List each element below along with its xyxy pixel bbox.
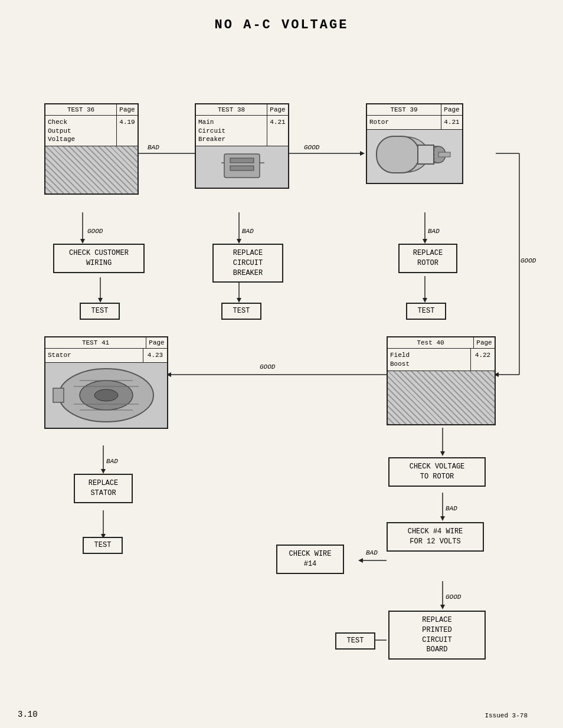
test40-label: Test 40	[388, 337, 474, 348]
test-button-2[interactable]: TEST	[221, 303, 261, 320]
svg-marker-18	[237, 298, 241, 303]
test39-page-label: Page	[441, 104, 462, 115]
svg-text:GOOD: GOOD	[87, 228, 103, 235]
page-number: 3.10	[18, 710, 38, 719]
svg-text:BAD: BAD	[148, 144, 159, 151]
svg-rect-53	[406, 146, 438, 163]
svg-marker-37	[440, 516, 445, 521]
svg-marker-43	[440, 605, 445, 609]
test-button-4[interactable]: TEST	[83, 537, 123, 554]
page-title: NO A-C VOLTAGE	[12, 18, 551, 32]
test39-body: Rotor	[367, 116, 441, 129]
replace-pcb-text: REPLACE PRINTED CIRCUIT BOARD	[422, 616, 451, 654]
svg-marker-10	[423, 239, 427, 244]
breaker-svg	[218, 151, 266, 183]
svg-marker-27	[440, 451, 445, 456]
test36-label: TEST 36	[45, 104, 117, 115]
test-button-1[interactable]: TEST	[80, 303, 120, 320]
check-wire-14-box: CHECK WIRE #14	[276, 545, 344, 574]
test36-box: TEST 36 Page Check Output Voltage 4.19	[44, 103, 139, 195]
svg-point-61	[94, 389, 118, 401]
flowchart: BAD GOOD BAD BAD GOOD	[12, 44, 551, 711]
svg-marker-20	[423, 298, 427, 303]
page: NO A-C VOLTAGE BAD GOOD BAD BAD GOOD	[0, 0, 563, 728]
svg-text:GOOD: GOOD	[260, 363, 276, 370]
replace-pcb-box: REPLACE PRINTED CIRCUIT BOARD	[388, 611, 486, 660]
replace-breaker-text: REPLACE CIRCUIT BREAKER	[233, 249, 263, 277]
replace-stator-box: REPLACE STATOR	[74, 474, 133, 503]
check-4-wire-box: CHECK #4 WIRE FOR 12 VOLTS	[387, 522, 484, 552]
test36-page-label: Page	[117, 104, 138, 115]
replace-breaker-box: REPLACE CIRCUIT BREAKER	[212, 244, 283, 283]
svg-text:BAD: BAD	[428, 228, 440, 235]
test39-page-num: 4.21	[441, 116, 462, 129]
stator-image	[45, 363, 167, 428]
svg-text:GOOD: GOOD	[446, 593, 461, 601]
svg-rect-58	[438, 152, 450, 157]
test36-body: Check Output Voltage	[45, 116, 117, 146]
test41-page-label: Page	[146, 337, 167, 348]
test-btn5-label: TEST	[347, 637, 364, 645]
check-customer-wiring-text: CHECK CUSTOMER WIRING	[69, 249, 129, 267]
test38-page-label: Page	[267, 104, 288, 115]
test41-label: TEST 41	[45, 337, 146, 348]
svg-text:BAD: BAD	[106, 458, 118, 465]
test36-page-num: 4.19	[117, 116, 138, 146]
check-voltage-rotor-box: CHECK VOLTAGE TO ROTOR	[388, 457, 486, 487]
svg-marker-7	[237, 239, 241, 244]
replace-stator-text: REPLACE STATOR	[89, 479, 118, 497]
test39-label: TEST 39	[367, 104, 441, 115]
test-btn2-label: TEST	[233, 307, 250, 315]
check-4-wire-text: CHECK #4 WIRE FOR 12 VOLTS	[408, 527, 463, 546]
svg-marker-32	[101, 469, 106, 474]
replace-rotor-text: REPLACE ROTOR	[413, 249, 443, 267]
check-wire-14-text: CHECK WIRE #14	[289, 550, 331, 568]
test-button-5[interactable]: TEST	[335, 632, 375, 650]
test40-body: Field Boost	[388, 349, 471, 370]
svg-rect-48	[230, 158, 254, 163]
test41-page-num: 4.23	[143, 349, 167, 362]
test-btn1-label: TEST	[91, 307, 109, 315]
svg-text:BAD: BAD	[366, 549, 378, 556]
svg-text:GOOD: GOOD	[521, 257, 536, 264]
svg-text:BAD: BAD	[446, 505, 457, 512]
rotor-svg	[377, 130, 453, 177]
svg-marker-13	[80, 239, 85, 244]
check-customer-wiring-box: CHECK CUSTOMER WIRING	[53, 244, 145, 273]
rotor-image	[367, 130, 462, 183]
check-voltage-rotor-text: CHECK VOLTAGE TO ROTOR	[410, 463, 465, 481]
replace-rotor-box: REPLACE ROTOR	[398, 244, 457, 273]
test38-box: TEST 38 Page Main Circuit Breaker 4.21	[195, 103, 289, 189]
svg-marker-4	[360, 151, 365, 156]
test-btn3-label: TEST	[418, 307, 435, 315]
svg-rect-49	[230, 166, 254, 170]
svg-marker-40	[358, 558, 363, 563]
svg-rect-66	[53, 388, 64, 402]
svg-marker-16	[98, 298, 103, 303]
svg-text:BAD: BAD	[242, 228, 254, 235]
breaker-image	[196, 146, 288, 188]
test-btn4-label: TEST	[94, 541, 112, 549]
issued-date: Issued 3-78	[485, 712, 528, 719]
stator-svg	[50, 366, 162, 425]
test38-body: Main Circuit Breaker	[196, 116, 267, 146]
test39-box: TEST 39 Page Rotor 4.21	[366, 103, 463, 184]
test40-page-label: Page	[474, 337, 495, 348]
test-button-3[interactable]: TEST	[406, 303, 446, 320]
test41-body: Stator	[45, 349, 143, 362]
test41-box: TEST 41 Page Stator 4.23	[44, 336, 168, 429]
svg-point-52	[384, 137, 428, 172]
svg-text:GOOD: GOOD	[304, 144, 320, 151]
test40-page-num: 4.22	[471, 349, 495, 370]
test38-label: TEST 38	[196, 104, 267, 115]
test40-box: Test 40 Page Field Boost 4.22	[387, 336, 496, 425]
test38-page-num: 4.21	[267, 116, 288, 146]
